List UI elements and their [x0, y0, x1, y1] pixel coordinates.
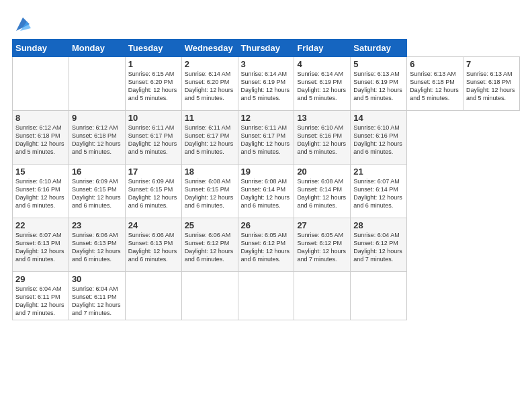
day-number: 14	[353, 113, 404, 123]
day-number: 7	[466, 59, 517, 69]
day-cell: 7 Sunrise: 6:13 AMSunset: 6:18 PMDayligh…	[463, 57, 520, 111]
day-cell	[125, 272, 181, 320]
day-number: 26	[241, 220, 292, 230]
day-cell: 20 Sunrise: 6:08 AMSunset: 6:14 PMDaylig…	[294, 165, 351, 218]
logo-icon	[13, 15, 32, 34]
week-row-5: 29 Sunrise: 6:04 AMSunset: 6:11 PMDaylig…	[13, 272, 520, 320]
day-info: Sunrise: 6:13 AMSunset: 6:18 PMDaylight:…	[410, 71, 459, 101]
day-info: Sunrise: 6:08 AMSunset: 6:14 PMDaylight:…	[241, 178, 290, 209]
day-cell: 4 Sunrise: 6:14 AMSunset: 6:19 PMDayligh…	[294, 57, 351, 111]
day-info: Sunrise: 6:11 AMSunset: 6:17 PMDaylight:…	[185, 124, 234, 155]
day-number: 8	[15, 113, 66, 123]
day-cell: 12 Sunrise: 6:11 AMSunset: 6:17 PMDaylig…	[238, 111, 294, 165]
day-number: 6	[410, 59, 460, 69]
day-number: 25	[185, 220, 235, 230]
day-info: Sunrise: 6:12 AMSunset: 6:18 PMDaylight:…	[72, 124, 121, 155]
day-number: 13	[297, 113, 347, 123]
day-cell: 28 Sunrise: 6:04 AMSunset: 6:12 PMDaylig…	[351, 218, 407, 272]
day-number: 15	[15, 167, 66, 177]
header-cell-monday: Monday	[69, 40, 125, 57]
header-cell-thursday: Thursday	[238, 40, 294, 57]
day-number: 4	[297, 59, 347, 69]
logo	[12, 15, 32, 34]
day-info: Sunrise: 6:11 AMSunset: 6:17 PMDaylight:…	[128, 124, 177, 155]
week-row-1: 1 Sunrise: 6:15 AMSunset: 6:20 PMDayligh…	[13, 57, 520, 111]
day-cell: 14 Sunrise: 6:10 AMSunset: 6:16 PMDaylig…	[351, 111, 407, 165]
day-info: Sunrise: 6:04 AMSunset: 6:11 PMDaylight:…	[15, 285, 64, 316]
week-row-4: 22 Sunrise: 6:07 AMSunset: 6:13 PMDaylig…	[13, 218, 520, 272]
day-number: 5	[353, 59, 404, 69]
day-cell: 29 Sunrise: 6:04 AMSunset: 6:11 PMDaylig…	[13, 272, 69, 320]
day-info: Sunrise: 6:08 AMSunset: 6:14 PMDaylight:…	[297, 178, 346, 209]
day-info: Sunrise: 6:10 AMSunset: 6:16 PMDaylight:…	[297, 124, 346, 155]
day-info: Sunrise: 6:05 AMSunset: 6:12 PMDaylight:…	[241, 232, 290, 263]
day-number: 22	[15, 220, 66, 230]
day-cell: 19 Sunrise: 6:08 AMSunset: 6:14 PMDaylig…	[238, 165, 294, 218]
day-info: Sunrise: 6:12 AMSunset: 6:18 PMDaylight:…	[15, 124, 64, 155]
day-number: 18	[185, 167, 235, 177]
header-cell-sunday: Sunday	[13, 40, 69, 57]
day-info: Sunrise: 6:10 AMSunset: 6:16 PMDaylight:…	[15, 178, 64, 209]
day-number: 17	[128, 167, 179, 177]
day-cell: 23 Sunrise: 6:06 AMSunset: 6:13 PMDaylig…	[69, 218, 125, 272]
day-info: Sunrise: 6:09 AMSunset: 6:15 PMDaylight:…	[72, 178, 121, 209]
day-cell: 8 Sunrise: 6:12 AMSunset: 6:18 PMDayligh…	[13, 111, 69, 165]
day-number: 27	[297, 220, 347, 230]
day-cell: 11 Sunrise: 6:11 AMSunset: 6:17 PMDaylig…	[181, 111, 238, 165]
day-info: Sunrise: 6:13 AMSunset: 6:18 PMDaylight:…	[466, 71, 515, 101]
day-cell	[294, 272, 351, 320]
page-container: SundayMondayTuesdayWednesdayThursdayFrid…	[0, 0, 532, 327]
day-number: 20	[297, 167, 347, 177]
day-number: 12	[241, 113, 292, 123]
day-cell: 21 Sunrise: 6:07 AMSunset: 6:14 PMDaylig…	[351, 165, 407, 218]
day-info: Sunrise: 6:04 AMSunset: 6:11 PMDaylight:…	[72, 285, 121, 316]
day-cell: 1 Sunrise: 6:15 AMSunset: 6:20 PMDayligh…	[125, 57, 181, 111]
day-number: 10	[128, 113, 179, 123]
day-info: Sunrise: 6:04 AMSunset: 6:12 PMDaylight:…	[353, 232, 402, 263]
day-number: 19	[241, 167, 292, 177]
day-number: 9	[72, 113, 122, 123]
header-cell-saturday: Saturday	[351, 40, 407, 57]
day-number: 16	[72, 167, 122, 177]
day-info: Sunrise: 6:06 AMSunset: 6:13 PMDaylight:…	[72, 232, 121, 263]
day-cell: 30 Sunrise: 6:04 AMSunset: 6:11 PMDaylig…	[69, 272, 125, 320]
day-cell	[181, 272, 238, 320]
day-info: Sunrise: 6:05 AMSunset: 6:12 PMDaylight:…	[297, 232, 346, 263]
day-cell	[13, 57, 69, 111]
day-info: Sunrise: 6:14 AMSunset: 6:19 PMDaylight:…	[241, 71, 290, 101]
day-cell: 27 Sunrise: 6:05 AMSunset: 6:12 PMDaylig…	[294, 218, 351, 272]
header	[12, 12, 520, 34]
day-cell: 3 Sunrise: 6:14 AMSunset: 6:19 PMDayligh…	[238, 57, 294, 111]
day-info: Sunrise: 6:13 AMSunset: 6:19 PMDaylight:…	[353, 71, 402, 101]
day-cell: 9 Sunrise: 6:12 AMSunset: 6:18 PMDayligh…	[69, 111, 125, 165]
day-cell: 16 Sunrise: 6:09 AMSunset: 6:15 PMDaylig…	[69, 165, 125, 218]
day-cell: 6 Sunrise: 6:13 AMSunset: 6:18 PMDayligh…	[407, 57, 463, 111]
day-cell: 17 Sunrise: 6:09 AMSunset: 6:15 PMDaylig…	[125, 165, 181, 218]
day-number: 2	[185, 59, 235, 69]
day-number: 3	[241, 59, 292, 69]
day-number: 28	[353, 220, 404, 230]
day-cell	[351, 272, 407, 320]
day-cell: 26 Sunrise: 6:05 AMSunset: 6:12 PMDaylig…	[238, 218, 294, 272]
day-cell: 22 Sunrise: 6:07 AMSunset: 6:13 PMDaylig…	[13, 218, 69, 272]
day-info: Sunrise: 6:07 AMSunset: 6:13 PMDaylight:…	[15, 232, 64, 263]
day-cell: 18 Sunrise: 6:08 AMSunset: 6:15 PMDaylig…	[181, 165, 238, 218]
day-info: Sunrise: 6:14 AMSunset: 6:19 PMDaylight:…	[297, 71, 346, 101]
calendar-table: SundayMondayTuesdayWednesdayThursdayFrid…	[12, 39, 520, 320]
header-row: SundayMondayTuesdayWednesdayThursdayFrid…	[13, 40, 520, 57]
day-cell: 25 Sunrise: 6:06 AMSunset: 6:12 PMDaylig…	[181, 218, 238, 272]
day-cell: 24 Sunrise: 6:06 AMSunset: 6:13 PMDaylig…	[125, 218, 181, 272]
day-cell: 5 Sunrise: 6:13 AMSunset: 6:19 PMDayligh…	[351, 57, 407, 111]
day-cell: 10 Sunrise: 6:11 AMSunset: 6:17 PMDaylig…	[125, 111, 181, 165]
day-number: 30	[72, 274, 122, 284]
week-row-3: 15 Sunrise: 6:10 AMSunset: 6:16 PMDaylig…	[13, 165, 520, 218]
day-number: 24	[128, 220, 179, 230]
day-cell: 13 Sunrise: 6:10 AMSunset: 6:16 PMDaylig…	[294, 111, 351, 165]
day-number: 21	[353, 167, 404, 177]
day-cell: 2 Sunrise: 6:14 AMSunset: 6:20 PMDayligh…	[181, 57, 238, 111]
day-number: 29	[15, 274, 66, 284]
day-number: 23	[72, 220, 122, 230]
day-info: Sunrise: 6:09 AMSunset: 6:15 PMDaylight:…	[128, 178, 177, 209]
day-info: Sunrise: 6:10 AMSunset: 6:16 PMDaylight:…	[353, 124, 402, 155]
day-cell: 15 Sunrise: 6:10 AMSunset: 6:16 PMDaylig…	[13, 165, 69, 218]
